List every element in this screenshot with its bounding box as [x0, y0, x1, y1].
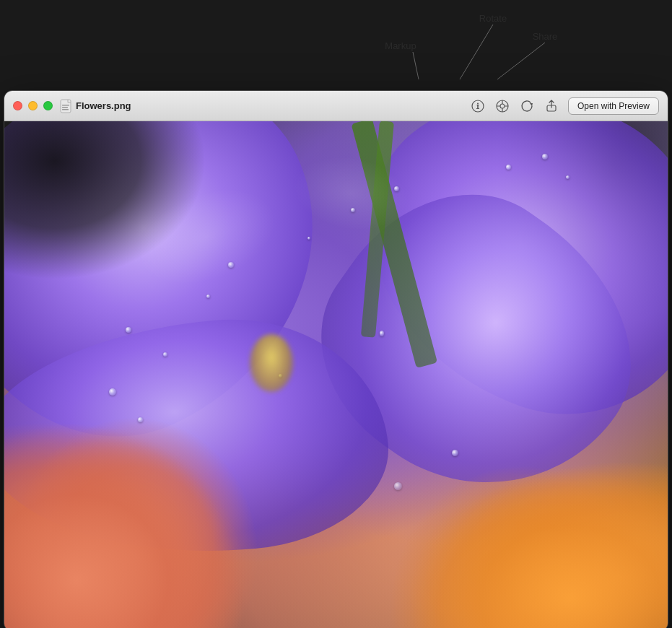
- markup-icon: [496, 100, 509, 113]
- svg-line-2: [497, 43, 545, 79]
- svg-point-8: [477, 103, 479, 104]
- share-tooltip-label: Share: [533, 31, 558, 42]
- traffic-lights: [13, 101, 53, 110]
- image-content: [4, 121, 668, 628]
- svg-rect-3: [61, 100, 71, 113]
- markup-tooltip-label: Markup: [385, 40, 416, 51]
- info-icon: [471, 100, 484, 113]
- toolbar-actions: Open with Preview: [467, 97, 659, 115]
- svg-line-0: [413, 52, 419, 79]
- rotate-tooltip-label: Rotate: [479, 13, 507, 24]
- minimize-button[interactable]: [28, 101, 38, 110]
- svg-rect-4: [62, 105, 69, 106]
- titlebar: Flowers.png: [4, 91, 668, 121]
- rotate-button[interactable]: [516, 97, 538, 115]
- share-icon: [545, 100, 558, 113]
- flower-image: [4, 121, 668, 628]
- svg-rect-6: [62, 109, 69, 110]
- svg-line-1: [460, 25, 493, 79]
- file-icon: [60, 99, 73, 113]
- svg-point-11: [500, 104, 505, 108]
- rotate-icon: [520, 100, 533, 113]
- svg-marker-12: [530, 103, 533, 106]
- main-window: Flowers.png: [4, 90, 668, 628]
- filename: Flowers.png: [76, 100, 131, 111]
- open-with-preview-button[interactable]: Open with Preview: [568, 97, 659, 115]
- svg-rect-5: [62, 107, 68, 108]
- info-button[interactable]: [467, 97, 489, 115]
- share-button[interactable]: [541, 97, 562, 115]
- maximize-button[interactable]: [43, 101, 53, 110]
- svg-rect-9: [477, 105, 479, 108]
- markup-button[interactable]: [492, 97, 513, 115]
- close-button[interactable]: [13, 101, 22, 110]
